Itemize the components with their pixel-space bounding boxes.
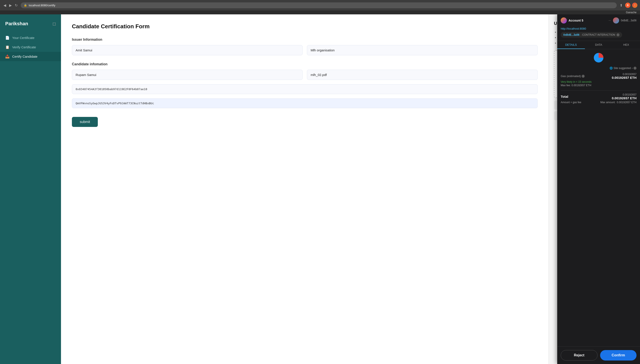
mm-site-info-icon[interactable]: i	[633, 66, 636, 70]
issuer-section: Issuer Information	[72, 38, 538, 55]
reject-button[interactable]: Reject	[561, 350, 597, 360]
forward-button[interactable]: ▶	[8, 2, 13, 8]
refresh-button[interactable]: ↻	[14, 2, 19, 8]
mm-footer: Reject Confirm	[557, 346, 640, 364]
mm-logo-icon	[593, 52, 604, 63]
mm-max-amount-value: 0.00192657 ETH	[617, 101, 636, 104]
mm-account-avatar-right	[613, 18, 619, 24]
brave-icon: B	[625, 2, 630, 8]
mm-account-addr: 0xBdE...3a56	[621, 19, 636, 22]
mm-gas-info-icon[interactable]: i	[582, 75, 585, 78]
hash-input[interactable]	[72, 84, 538, 94]
sidebar-item-your-certificate[interactable]: 📄 Your Certificate	[0, 33, 61, 42]
document-icon: 📄	[5, 36, 10, 40]
sidebar: Parikshan ⬚ 📄 Your Certificate 📋 Verify …	[0, 14, 61, 364]
candidate-name-row	[72, 70, 538, 80]
submit-button[interactable]: submit	[72, 117, 98, 127]
mm-total-value-large: 0.00192657 ETH	[612, 96, 636, 100]
sidebar-logo: Parikshan ⬚	[0, 19, 61, 33]
mm-contract-addr: 0xBdE...3a56	[563, 33, 579, 36]
mm-divider	[561, 90, 636, 90]
mm-gas-value-small: 0.00192657	[612, 73, 636, 76]
mm-total-row: Total 0.00192657 0.00192657 ETH	[561, 93, 636, 100]
verify-icon: 📋	[5, 45, 10, 49]
mm-amount-fee-row: Amount + gas fee Max amount: 0.00192657 …	[561, 101, 636, 104]
mm-total-value-right: 0.00192657 0.00192657 ETH	[612, 93, 636, 100]
candidate-name-input[interactable]	[72, 70, 303, 80]
address-bar[interactable]: 🔒 localhost:8080/certify	[21, 2, 617, 8]
confirm-button[interactable]: Confirm	[600, 350, 636, 360]
sidebar-item-label-your-certificate: Your Certificate	[12, 36, 35, 40]
mm-gas-section: Gas (estimated) i 0.00192657 0.00192657 …	[561, 73, 636, 87]
sidebar-item-label-certify-candidate: Certify Candidate	[12, 55, 38, 58]
mm-gas-value-large: 0.00192657 ETH	[612, 76, 636, 80]
mm-tab-data[interactable]: DATA	[585, 41, 612, 49]
mm-body: 🌐 Site suggested › i Gas (estimated) i 0…	[557, 49, 640, 346]
ipfs-row	[72, 98, 538, 108]
mm-tabs: DETAILS DATA HEX	[557, 41, 640, 49]
mm-max-amount-label: Max amount:	[600, 101, 615, 104]
sidebar-export-icon[interactable]: ⬚	[53, 22, 56, 26]
certify-icon: 📥	[5, 54, 10, 58]
warning-icon: !	[632, 2, 637, 8]
sidebar-item-certify-candidate[interactable]: 📥 Certify Candidate	[0, 52, 61, 61]
mm-tab-details[interactable]: DETAILS	[557, 41, 585, 49]
mm-chevron-icon: ›	[632, 66, 632, 70]
mm-max-fee: Max fee: 0.00192657 ETH	[561, 84, 636, 87]
hash-row	[72, 84, 538, 94]
url-text: localhost:8080/certify	[29, 4, 55, 7]
form-panel: Candidate Certification Form Issuer Info…	[61, 14, 548, 364]
issuer-section-label: Issuer Information	[72, 38, 538, 42]
candidate-section-label: Candidate infomation	[72, 62, 538, 66]
mm-info-icon[interactable]: i	[616, 33, 619, 36]
lock-icon: 🔒	[24, 4, 27, 7]
mm-logo-row	[561, 52, 636, 63]
mm-gas-status: Very likely in < 15 seconds	[561, 80, 636, 84]
ipfs-input[interactable]	[72, 98, 538, 108]
mm-tab-hex[interactable]: HEX	[612, 41, 640, 49]
share-icon[interactable]: ⬆	[619, 2, 623, 8]
mm-account-row: Account 5 → 0xBdE...3a56	[561, 18, 636, 24]
sidebar-item-verify-certificate[interactable]: 📋 Verify Certificate	[0, 42, 61, 52]
main-content: Candidate Certification Form Issuer Info…	[61, 14, 640, 364]
issuer-org-input[interactable]	[307, 45, 538, 55]
mm-site-suggested-text: Site suggested	[614, 66, 631, 70]
mm-account-avatar-left	[561, 18, 567, 24]
ganache-label: Ganache	[626, 11, 636, 14]
mm-contract-badge: 0xBdE...3a56 : CONTRACT INTERACTION i	[561, 32, 622, 38]
mm-gas-value-right: 0.00192657 0.00192657 ETH	[612, 73, 636, 80]
browser-actions: ⬆ B !	[619, 2, 637, 8]
ganache-bar: Ganache	[0, 10, 640, 14]
mm-arrow-icon: →	[608, 18, 611, 22]
mm-contract-label: : CONTRACT INTERACTION	[581, 33, 615, 36]
mm-header: Account 5 → 0xBdE...3a56 http://localhos…	[557, 14, 640, 41]
issuer-name-input[interactable]	[72, 45, 303, 55]
metamask-popup: Account 5 → 0xBdE...3a56 http://localhos…	[557, 14, 640, 364]
mm-url: http://localhost:8080	[561, 26, 636, 32]
mm-amount-fee-label: Amount + gas fee	[561, 101, 581, 104]
mm-site-suggested: 🌐 Site suggested › i	[561, 66, 636, 70]
mm-gas-label: Gas (estimated) i	[561, 74, 585, 78]
candidate-file-input[interactable]	[307, 70, 538, 80]
mm-total-label: Total	[561, 95, 568, 98]
app-layout: Parikshan ⬚ 📄 Your Certificate 📋 Verify …	[0, 14, 640, 364]
nav-buttons: ◀ ▶ ↻	[3, 2, 19, 8]
mm-gas-row: Gas (estimated) i 0.00192657 0.00192657 …	[561, 73, 636, 80]
mm-account-name: Account 5	[568, 19, 606, 22]
mm-total-value-small: 0.00192657	[612, 93, 636, 96]
issuer-form-row	[72, 45, 538, 55]
form-title: Candidate Certification Form	[72, 23, 538, 30]
mm-total-section: Total 0.00192657 0.00192657 ETH Amount +…	[561, 93, 636, 104]
candidate-section: Candidate infomation	[72, 62, 538, 108]
browser-chrome: ◀ ▶ ↻ 🔒 localhost:8080/certify ⬆ B !	[0, 0, 640, 10]
back-button[interactable]: ◀	[3, 2, 7, 8]
sidebar-item-label-verify-certificate: Verify Certificate	[12, 45, 36, 49]
